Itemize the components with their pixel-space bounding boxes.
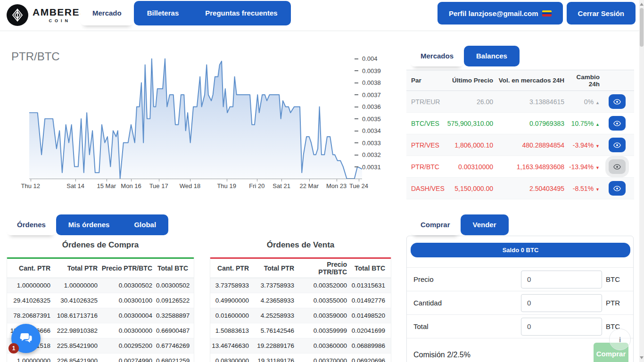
x-axis-tick [227, 179, 227, 181]
order-row: 1.00000000226.854219000.002749900.680212… [7, 354, 194, 362]
x-axis-tick [131, 179, 132, 181]
logout-label: Cerrar Sesión [578, 9, 624, 17]
order-value-cell: 226.85421900 [54, 357, 101, 362]
tab-ordenes[interactable]: Órdenes [7, 214, 56, 235]
order-value-cell: 4.23658933 [253, 297, 298, 304]
scrollbar-down-icon[interactable] [640, 356, 644, 359]
arrow-up-icon: ▲ [595, 100, 600, 105]
order-column-header: Precio PTR/BTC [101, 264, 156, 272]
tab-vender[interactable]: Vender [461, 214, 509, 235]
profile-button[interactable]: Perfil lanzjose@gmail.com [438, 2, 563, 25]
eye-view-button[interactable] [609, 138, 626, 152]
order-column-header: Total PTR [54, 264, 101, 272]
brand-subtitle: COIN [49, 18, 71, 23]
buy-orders-title: Órdenes de Compra [7, 240, 194, 250]
order-value-cell: 0.00300502 [156, 282, 192, 289]
logout-button[interactable]: Cerrar Sesión [567, 2, 636, 25]
change-24h-cell: -8.51%▼ [564, 185, 600, 192]
main-nav-inactive-tabs: Billeteras Preguntas frecuentes [134, 1, 291, 25]
order-value-cell: 1.00000000 [7, 357, 54, 362]
x-axis-tick [75, 179, 76, 181]
total-input[interactable] [521, 318, 602, 336]
last-price-cell: 5,150,000.00 [442, 185, 493, 192]
pair-cell: PTR/EUR [406, 98, 442, 106]
eye-view-button[interactable] [609, 94, 626, 109]
market-row-dash-ves: DASH/VES5,150,000.002.50403495-8.51%▼ [406, 178, 634, 199]
last-price-cell: 26.00 [442, 98, 493, 106]
y-axis-label: 0.0035 [355, 115, 381, 123]
volume-24h-cell: 480.28894854 [493, 141, 564, 149]
total-field-row: Total BTC [407, 314, 633, 338]
order-row: 1.508836135.761425460.003599990.02041699 [210, 323, 391, 338]
top-navigation-bar: AMBERES COIN Mercado Billeteras Pregunta… [0, 0, 644, 31]
order-row: 29.4102632530.410263250.003001000.091265… [7, 293, 194, 308]
tab-billeteras[interactable]: Billeteras [134, 1, 192, 25]
x-axis-label: Thu 12 [21, 182, 40, 189]
order-value-cell: 3.73758933 [210, 282, 253, 289]
brand-logo[interactable]: AMBERES COIN [7, 4, 87, 26]
order-column-header: Precio PTR/BTC [298, 261, 351, 276]
eye-view-button[interactable] [609, 159, 626, 174]
info-icon[interactable]: i [609, 329, 631, 350]
pair-cell: BTC/VES [406, 120, 442, 127]
price-unit: BTC [606, 275, 627, 283]
x-axis-tick [159, 179, 159, 181]
order-value-cell: 0.02041699 [351, 327, 389, 334]
venezuela-flag-icon [542, 10, 552, 16]
arrow-down-icon: ▼ [595, 187, 600, 192]
balance-button[interactable]: Saldo 0 BTC [411, 243, 630, 257]
price-field-row: Precio BTC [407, 267, 633, 291]
order-value-cell: 0.00274990 [101, 357, 156, 362]
order-value-cell: 0.00295200 [101, 342, 156, 349]
tab-mercados[interactable]: Mercados [410, 46, 464, 66]
column-ultimo-precio: Último Precio [442, 77, 493, 84]
y-axis-label: 0.0037 [355, 91, 381, 99]
x-axis-label: Thu 19 [217, 182, 236, 189]
tab-global[interactable]: Global [122, 214, 168, 235]
markets-balances-tabs: Mercados Balances [410, 46, 520, 66]
tab-comprar[interactable]: Comprar [410, 214, 461, 235]
order-value-cell: 0.68021259 [156, 357, 192, 362]
y-axis-label: 0.0031 [355, 163, 381, 171]
tab-mis-ordenes[interactable]: Mis órdenes [56, 214, 122, 235]
chart-area-svg [29, 53, 362, 179]
y-axis-label: 0.0034 [355, 127, 381, 135]
order-value-cell: 78.20687391 [7, 312, 54, 319]
change-24h-cell: 0%▲ [564, 98, 600, 106]
order-value-cell: 0.01315631 [351, 282, 389, 289]
order-row: 1.000000001.000000000.003005020.00300502 [7, 278, 194, 293]
volume-24h-cell: 1,163.94893608 [493, 163, 564, 171]
chart-plot-area[interactable] [29, 53, 362, 179]
x-axis-tick [309, 179, 310, 181]
x-axis-label: Sat 21 [272, 182, 290, 189]
change-24h-cell: 10.75%▲ [564, 120, 600, 127]
eye-view-button[interactable] [609, 116, 626, 131]
eye-view-button[interactable] [609, 181, 626, 196]
quantity-input[interactable] [521, 294, 602, 312]
scrollbar-thumb[interactable] [640, 8, 644, 47]
order-value-cell: 0.06889986 [351, 342, 389, 349]
order-value-cell: 225.85421900 [54, 342, 101, 349]
amberes-logo-icon [7, 4, 28, 26]
order-value-cell: 0.01498520 [351, 312, 389, 319]
column-cambio-24h: Cambio 24h [564, 74, 600, 88]
x-axis-label: Fri 20 [249, 182, 264, 189]
order-table-header: Cant. PTRTotal PTRPrecio PTR/BTCTotal BT… [210, 259, 391, 278]
order-row: 78.20687391108.617137160.003000040.32588… [7, 308, 194, 323]
tab-preguntas-frecuentes[interactable]: Preguntas frecuentes [192, 1, 290, 25]
order-value-cell: 0.66900487 [156, 327, 192, 334]
order-column-header: Cant. PTR [210, 264, 253, 272]
tab-balances[interactable]: Balances [464, 46, 520, 66]
tab-mercado[interactable]: Mercado [80, 1, 134, 25]
order-value-cell: 1.50883613 [210, 327, 253, 334]
price-input[interactable] [521, 271, 602, 288]
order-value-cell: 0.00300000 [101, 327, 156, 334]
trade-tabs: Comprar Vender [410, 214, 509, 235]
page-scrollbar[interactable] [639, 0, 644, 362]
x-axis-tick [257, 179, 257, 181]
chat-bubbles-icon [19, 331, 33, 346]
order-table-header: Cant. PTRTotal PTRPrecio PTR/BTCTotal BT… [7, 259, 194, 278]
order-value-cell: 1.00000000 [54, 282, 101, 289]
scrollbar-up-icon[interactable] [640, 3, 644, 6]
eye-icon [613, 184, 621, 193]
